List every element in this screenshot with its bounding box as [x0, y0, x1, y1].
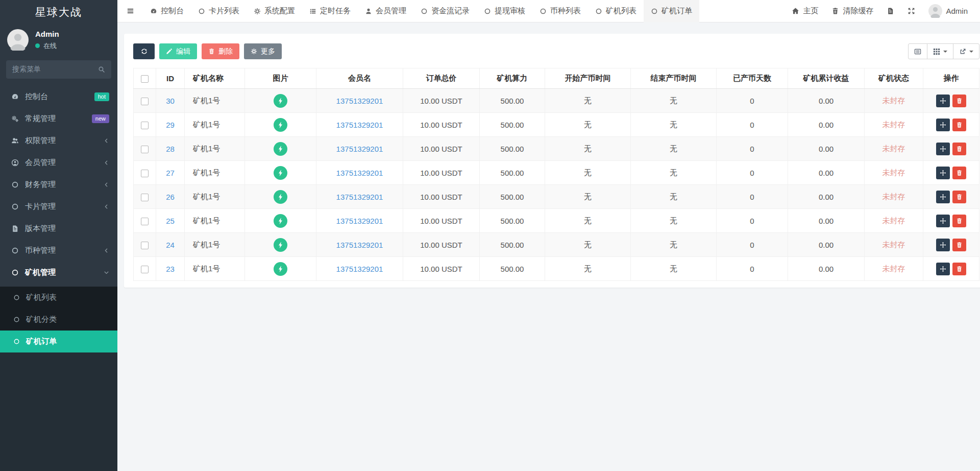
member-link[interactable]: 13751329201	[336, 97, 383, 105]
order-id-link[interactable]: 29	[166, 121, 175, 129]
miner-image-thumbnail[interactable]	[274, 94, 287, 108]
submenu-item-miner-list[interactable]: 矿机列表	[0, 287, 117, 309]
select-all-checkbox[interactable]	[141, 75, 149, 83]
sidebar-item-coins[interactable]: 币种管理	[0, 240, 117, 262]
row-delete-button[interactable]	[952, 167, 966, 179]
sidebar-item-cards[interactable]: 卡片管理	[0, 196, 117, 218]
sidebar-item-miners[interactable]: 矿机管理	[0, 262, 117, 284]
row-move-button[interactable]	[936, 215, 950, 227]
sidebar-item-permissions[interactable]: 权限管理	[0, 130, 117, 152]
miner-image-thumbnail[interactable]	[274, 238, 287, 252]
document-button[interactable]	[880, 0, 901, 22]
clear-cache-button[interactable]: 清除缓存	[825, 0, 880, 22]
list-view-button[interactable]	[908, 43, 927, 59]
submenu-item-miner-category[interactable]: 矿机分类	[0, 309, 117, 331]
export-button[interactable]	[953, 43, 979, 59]
home-button[interactable]: 主页	[785, 0, 825, 22]
sidebar-item-members[interactable]: 会员管理	[0, 152, 117, 174]
miner-image-thumbnail[interactable]	[274, 214, 287, 228]
end-time-cell: 无	[631, 185, 717, 209]
income-cell: 0.00	[788, 137, 865, 161]
member-link[interactable]: 13751329201	[336, 265, 383, 273]
order-id-link[interactable]: 25	[166, 217, 175, 225]
order-id-link[interactable]: 26	[166, 193, 175, 201]
row-delete-button[interactable]	[952, 215, 966, 227]
end-time-cell: 无	[631, 233, 717, 257]
order-id-link[interactable]: 28	[166, 145, 175, 153]
tab-card-list[interactable]: 卡片列表	[191, 0, 247, 22]
tab-miner-list[interactable]: 矿机列表	[588, 0, 644, 22]
row-delete-button[interactable]	[952, 191, 966, 203]
fullscreen-button[interactable]	[901, 0, 922, 22]
row-checkbox[interactable]	[141, 194, 149, 201]
order-total-cell: 10.00 USDT	[403, 137, 480, 161]
bolt-icon	[277, 121, 284, 129]
row-checkbox[interactable]	[141, 122, 149, 129]
tab-system-config[interactable]: 系统配置	[247, 0, 302, 22]
miner-image-thumbnail[interactable]	[274, 190, 287, 204]
row-delete-button[interactable]	[952, 119, 966, 131]
row-delete-button[interactable]	[952, 239, 966, 251]
member-link[interactable]: 13751329201	[336, 121, 383, 129]
row-move-button[interactable]	[936, 263, 950, 275]
settings-button[interactable]	[974, 0, 980, 22]
new-badge: new	[92, 114, 109, 123]
miner-image-thumbnail[interactable]	[274, 142, 287, 156]
row-move-button[interactable]	[936, 191, 950, 203]
dashboard-icon	[11, 93, 19, 101]
tab-members[interactable]: 会员管理	[358, 0, 413, 22]
member-link[interactable]: 13751329201	[336, 145, 383, 153]
miner-image-thumbnail[interactable]	[274, 166, 287, 180]
row-move-button[interactable]	[936, 239, 950, 251]
row-delete-button[interactable]	[952, 95, 966, 107]
edit-button[interactable]: 编辑	[159, 43, 197, 59]
tab-withdraw-review[interactable]: 提现审核	[477, 0, 532, 22]
row-checkbox[interactable]	[141, 218, 149, 225]
member-link[interactable]: 13751329201	[336, 169, 383, 177]
circle-icon	[484, 8, 491, 15]
tab-scheduled-tasks[interactable]: 定时任务	[302, 0, 358, 22]
row-move-button[interactable]	[936, 143, 950, 155]
member-link[interactable]: 13751329201	[336, 217, 383, 225]
order-id-link[interactable]: 23	[166, 265, 175, 273]
row-move-button[interactable]	[936, 167, 950, 179]
order-id-link[interactable]: 24	[166, 241, 175, 249]
refresh-button[interactable]	[133, 43, 155, 59]
miner-name-cell: 矿机1号	[185, 113, 245, 137]
row-checkbox[interactable]	[141, 266, 149, 273]
row-checkbox[interactable]	[141, 146, 149, 153]
sidebar-item-versions[interactable]: 版本管理	[0, 218, 117, 240]
sidebar-item-finance[interactable]: 财务管理	[0, 174, 117, 196]
row-checkbox[interactable]	[141, 98, 149, 105]
row-delete-button[interactable]	[952, 143, 966, 155]
miner-image-thumbnail[interactable]	[274, 118, 287, 132]
circle-icon	[13, 338, 20, 345]
tab-coin-list[interactable]: 币种列表	[532, 0, 588, 22]
tab-console[interactable]: 控制台	[143, 0, 191, 22]
more-button[interactable]: 更多	[244, 43, 282, 59]
member-link[interactable]: 13751329201	[336, 193, 383, 201]
sidebar-item-console[interactable]: 控制台 hot	[0, 86, 117, 108]
sidebar-item-general[interactable]: 常规管理 new	[0, 108, 117, 130]
search-placeholder: 搜索菜单	[12, 65, 98, 74]
row-checkbox[interactable]	[141, 242, 149, 249]
income-cell: 0.00	[788, 209, 865, 233]
miner-image-thumbnail[interactable]	[274, 262, 287, 276]
member-link[interactable]: 13751329201	[336, 241, 383, 249]
submenu-item-miner-orders[interactable]: 矿机订单	[0, 331, 117, 352]
user-menu[interactable]: Admin	[922, 0, 974, 22]
tab-fund-records[interactable]: 资金流记录	[413, 0, 477, 22]
hamburger-menu-button[interactable]	[117, 0, 143, 22]
tab-miner-orders[interactable]: 矿机订单	[644, 0, 699, 22]
order-id-link[interactable]: 27	[166, 169, 175, 177]
order-id-link[interactable]: 30	[166, 97, 175, 105]
search-icon[interactable]	[98, 66, 105, 73]
row-checkbox[interactable]	[141, 170, 149, 177]
row-move-button[interactable]	[936, 119, 950, 131]
days-cell: 0	[717, 233, 788, 257]
sidebar-search-input[interactable]: 搜索菜单	[6, 60, 111, 79]
row-delete-button[interactable]	[952, 263, 966, 275]
columns-toggle-button[interactable]	[927, 43, 953, 59]
row-move-button[interactable]	[936, 95, 950, 107]
delete-button[interactable]: 删除	[202, 43, 239, 59]
